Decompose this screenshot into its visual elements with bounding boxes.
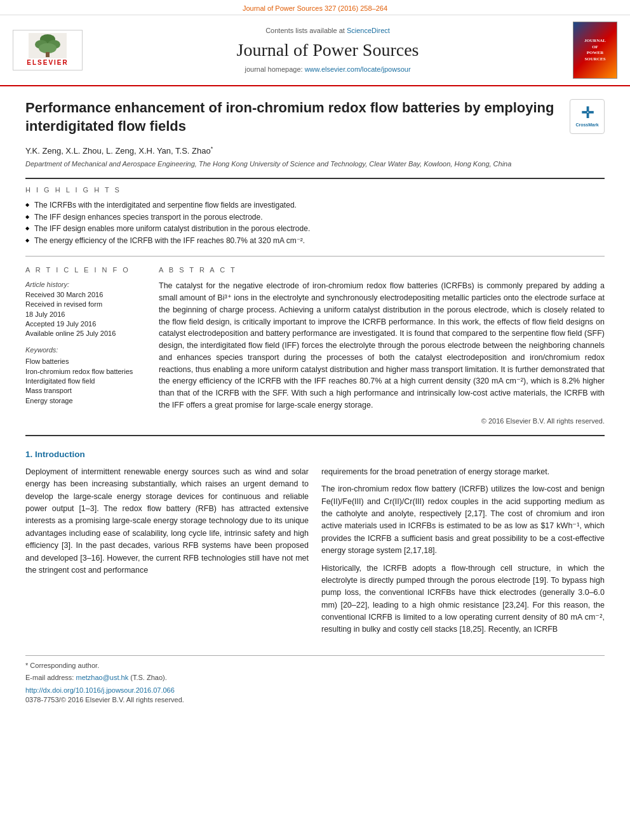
- keyword-2: Iron-chromium redox flow batteries: [25, 367, 146, 377]
- issn-note: 0378-7753/© 2016 Elsevier B.V. All right…: [25, 695, 605, 705]
- highlights-section: H I G H L I G H T S The ICRFBs with the …: [25, 185, 605, 247]
- article-info-abstract-layout: A R T I C L E I N F O Article history: R…: [25, 265, 605, 426]
- contents-available: Contents lists available at ScienceDirec…: [89, 26, 566, 36]
- highlights-list: The ICRFBs with the interdigitated and s…: [25, 199, 605, 247]
- keyword-4: Mass transport: [25, 386, 146, 396]
- doi-link: http://dx.doi.org/10.1016/j.jpowsour.201…: [25, 686, 605, 695]
- journal-homepage-link[interactable]: www.elsevier.com/locate/jpowsour: [305, 65, 411, 73]
- journal-citation: Journal of Power Sources 327 (2016) 258–…: [243, 4, 387, 12]
- keyword-5: Energy storage: [25, 396, 146, 406]
- article-info-heading: A R T I C L E I N F O: [25, 265, 146, 275]
- header-center: Contents lists available at ScienceDirec…: [89, 26, 566, 74]
- intro-para-4: Historically, the ICRFB adopts a flow-th…: [321, 563, 605, 636]
- intro-heading: 1. Introduction: [25, 449, 605, 461]
- accepted-date: Accepted 19 July 2016: [25, 319, 146, 329]
- svg-rect-5: [46, 52, 50, 57]
- revised-label: Received in revised form: [25, 300, 146, 309]
- intro-para-2: requirements for the broad penetration o…: [321, 466, 605, 478]
- journal-cover-image: JOURNALOFPOWERSOURCES: [573, 22, 617, 79]
- highlight-item: The energy efficiency of the ICRFB with …: [25, 235, 605, 247]
- page-footer: * Corresponding author. E-mail address: …: [25, 655, 605, 705]
- authors-text: Y.K. Zeng, X.L. Zhou, L. Zeng, X.H. Yan,…: [25, 146, 211, 156]
- email-note: E-mail address: metzhao@ust.hk (T.S. Zha…: [25, 673, 605, 683]
- doi-url[interactable]: http://dx.doi.org/10.1016/j.jpowsour.201…: [25, 686, 175, 694]
- abstract-column: A B S T R A C T The catalyst for the neg…: [159, 265, 605, 426]
- elsevier-logo: ELSEVIER: [13, 30, 83, 70]
- intro-col-right: requirements for the broad penetration o…: [321, 466, 605, 636]
- copyright-text: © 2016 Elsevier B.V. All rights reserved…: [159, 417, 605, 426]
- crossmark-label: CrossMark: [575, 122, 598, 128]
- journal-header: ELSEVIER Contents lists available at Sci…: [0, 15, 630, 86]
- highlight-item: The ICRFBs with the interdigitated and s…: [25, 199, 605, 211]
- intro-col-left: Deployment of intermittent renewable ene…: [25, 466, 309, 636]
- keywords-label: Keywords:: [25, 345, 146, 355]
- affiliation-text: Department of Mechanical and Aerospace E…: [25, 159, 605, 169]
- authors-line: Y.K. Zeng, X.L. Zhou, L. Zeng, X.H. Yan,…: [25, 145, 605, 157]
- journal-citation-bar: Journal of Power Sources 327 (2016) 258–…: [0, 0, 630, 15]
- elsevier-tree-icon: [29, 33, 67, 58]
- abstract-heading: A B S T R A C T: [159, 265, 605, 275]
- keyword-1: Flow batteries: [25, 357, 146, 366]
- revised-date: 18 July 2016: [25, 310, 146, 319]
- highlight-item: The IFF design enhances species transpor…: [25, 211, 605, 223]
- elsevier-logo-area: ELSEVIER: [13, 30, 89, 70]
- elsevier-brand-text: ELSEVIER: [27, 58, 68, 67]
- corresponding-mark: *: [211, 145, 213, 152]
- introduction-section: 1. Introduction Deployment of intermitte…: [25, 449, 605, 636]
- intro-para-1: Deployment of intermittent renewable ene…: [25, 466, 309, 577]
- sciencedirect-link[interactable]: ScienceDirect: [347, 27, 390, 34]
- journal-homepage: journal homepage: www.elsevier.com/locat…: [89, 65, 566, 74]
- journal-title: Journal of Power Sources: [89, 37, 566, 62]
- article-info-column: A R T I C L E I N F O Article history: R…: [25, 265, 146, 426]
- available-online: Available online 25 July 2016: [25, 329, 146, 338]
- abstract-divider: [25, 435, 605, 436]
- svg-point-4: [39, 43, 57, 53]
- highlight-item: The IFF design enables more uniform cata…: [25, 223, 605, 235]
- highlights-heading: H I G H L I G H T S: [25, 185, 605, 195]
- abstract-text: The catalyst for the negative electrode …: [159, 280, 605, 411]
- article-history-label: Article history:: [25, 280, 146, 290]
- received-date: Received 30 March 2016: [25, 290, 146, 300]
- crossmark-badge[interactable]: ✛ CrossMark: [570, 99, 605, 134]
- main-content: Performance enhancement of iron-chromium…: [0, 86, 630, 720]
- intro-columns: Deployment of intermittent renewable ene…: [25, 466, 605, 636]
- highlights-divider: [25, 256, 605, 257]
- article-title-text: Performance enhancement of iron-chromium…: [25, 100, 554, 134]
- title-divider: [25, 178, 605, 179]
- email-link[interactable]: metzhao@ust.hk: [76, 674, 128, 681]
- keyword-3: Interdigitated flow field: [25, 377, 146, 386]
- intro-para-3: The iron-chromium redox flow battery (IC…: [321, 483, 605, 557]
- article-title-block: Performance enhancement of iron-chromium…: [25, 99, 605, 135]
- corresponding-note: * Corresponding author.: [25, 661, 605, 670]
- journal-cover-area: JOURNALOFPOWERSOURCES: [566, 22, 617, 79]
